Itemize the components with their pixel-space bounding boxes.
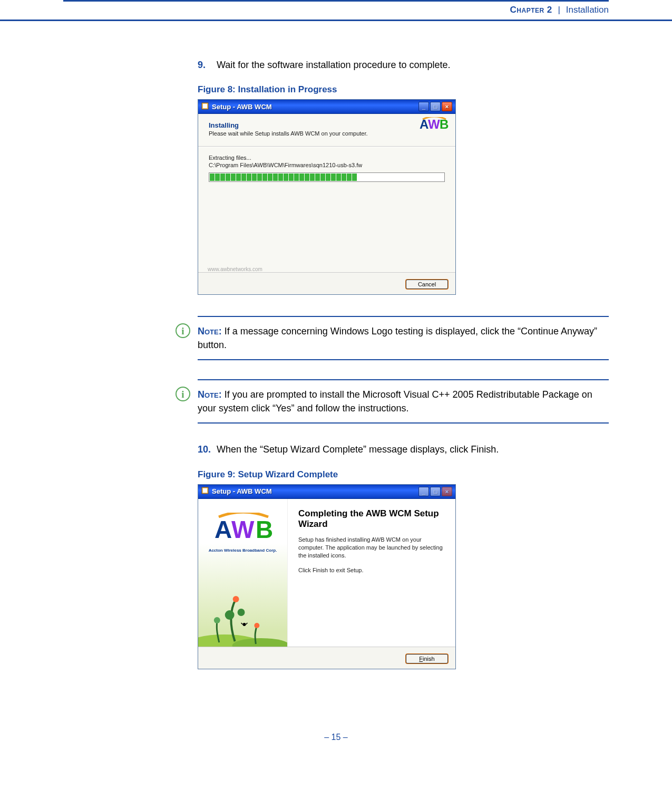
svg-text:W: W: [428, 117, 440, 131]
awb-logo-small: A W B: [420, 117, 449, 134]
close-button[interactable]: ×: [442, 102, 452, 111]
titlebar: Setup - AWB WCM _ □ ×: [198, 100, 455, 114]
wizard-para-2: Click Finish to exit Setup.: [298, 566, 443, 574]
wizard-para-1: Setup has finished installing AWB WCM on…: [298, 536, 443, 560]
step-10: 10. When the “Setup Wizard Complete” mes…: [198, 443, 609, 456]
minimize-button[interactable]: _: [418, 102, 429, 111]
maximize-button: □: [430, 102, 441, 111]
note-1: i Note: If a message concerning Windows …: [198, 316, 609, 360]
step-9: 9. Wait for the software installation pr…: [198, 58, 609, 72]
svg-text:W: W: [231, 516, 255, 543]
svg-point-14: [238, 609, 245, 616]
finish-button[interactable]: Finish: [406, 654, 448, 663]
info-icon: i: [176, 323, 190, 338]
step-text: When the “Setup Wizard Complete” message…: [217, 443, 499, 456]
wizard-side-graphic: A W B Accton Wireless Broadband Corp.: [198, 499, 288, 647]
step-number: 10.: [198, 443, 217, 456]
step-number: 9.: [198, 58, 217, 72]
svg-point-16: [254, 623, 259, 628]
svg-point-13: [225, 610, 235, 620]
note-text: If a message concerning Windows Logo tes…: [198, 326, 597, 350]
maximize-button: □: [430, 487, 441, 496]
decorative-plants-icon: [198, 594, 287, 647]
svg-rect-6: [203, 488, 207, 493]
svg-text:A: A: [215, 516, 232, 543]
svg-text:B: B: [256, 516, 273, 543]
website-label: www.awbnetworks.com: [206, 266, 265, 272]
installing-heading: Installing: [209, 121, 445, 129]
corp-name: Accton Wireless Broadband Corp.: [198, 548, 287, 553]
svg-rect-1: [203, 104, 207, 108]
svg-point-15: [214, 617, 220, 623]
progress-bar: [209, 172, 445, 182]
titlebar: Setup - AWB WCM _ □ ×: [198, 485, 455, 499]
figure9-dialog: Setup - AWB WCM _ □ × A W: [198, 484, 456, 669]
svg-point-17: [243, 623, 246, 626]
chapter-header: Chapter 2 | Installation: [0, 2, 672, 21]
note-text: If you are prompted to install the Micro…: [198, 389, 592, 413]
figure8-caption: Figure 8: Installation in Progress: [198, 84, 609, 95]
figure9-caption: Figure 9: Setup Wizard Complete: [198, 469, 609, 480]
info-icon: i: [176, 387, 190, 401]
cancel-button[interactable]: Cancel: [406, 280, 448, 289]
figure8-dialog: Setup - AWB WCM _ □ × A W B: [198, 99, 456, 295]
wizard-heading: Completing the AWB WCM Setup Wizard: [298, 508, 443, 530]
chapter-label: Chapter 2: [510, 5, 552, 15]
minimize-button: _: [418, 487, 429, 496]
note-prefix: Note:: [198, 389, 222, 400]
window-icon: [201, 102, 209, 111]
note-prefix: Note:: [198, 326, 222, 336]
close-button[interactable]: ×: [442, 487, 452, 496]
installing-subtext: Please wait while Setup installs AWB WCM…: [209, 130, 445, 137]
extracting-path: C:\Program Files\AWB\WCM\Firmwares\sqn12…: [209, 162, 445, 168]
section-label: Installation: [566, 5, 609, 15]
window-title: Setup - AWB WCM: [212, 487, 272, 495]
window-icon: [201, 487, 209, 496]
svg-point-12: [233, 596, 239, 602]
step-text: Wait for the software installation proce…: [217, 58, 451, 72]
extracting-label: Extracting files...: [209, 155, 445, 161]
window-title: Setup - AWB WCM: [212, 103, 272, 111]
page-number: – 15 –: [0, 690, 672, 758]
note-2: i Note: If you are prompted to install t…: [198, 379, 609, 424]
header-separator: |: [558, 5, 560, 15]
